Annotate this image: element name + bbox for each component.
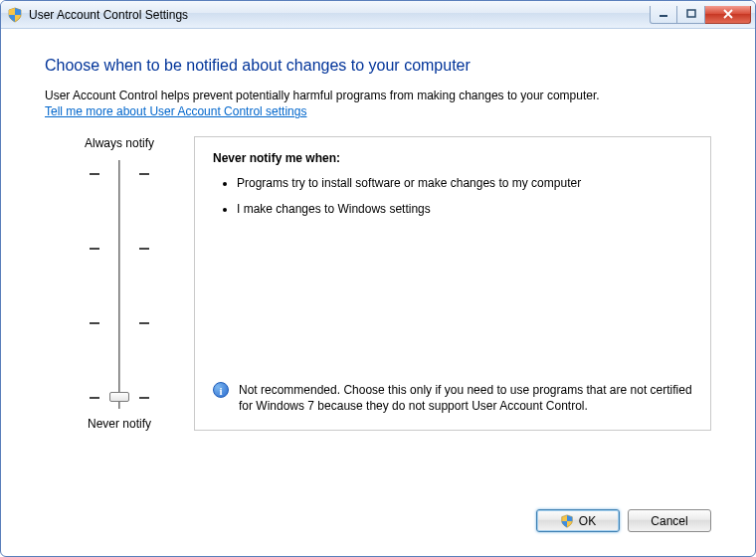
body-row: Always notify Never notify Never notify …: [45, 136, 711, 431]
info-bullet: Programs try to install software or make…: [237, 175, 692, 191]
recommendation-row: i Not recommended. Choose this only if y…: [213, 382, 692, 414]
uac-slider[interactable]: [90, 160, 149, 409]
cancel-button-label: Cancel: [651, 514, 687, 528]
info-panel-title: Never notify me when:: [213, 151, 692, 165]
slider-label-always: Always notify: [45, 136, 194, 150]
slider-tick: [90, 322, 149, 324]
cancel-button[interactable]: Cancel: [628, 509, 711, 532]
window-controls: [650, 6, 751, 24]
page-heading: Choose when to be notified about changes…: [45, 57, 711, 75]
uac-settings-window: User Account Control Settings Choose whe…: [0, 0, 756, 557]
slider-rail: [118, 160, 120, 409]
minimize-button[interactable]: [650, 6, 677, 24]
slider-tick: [90, 248, 149, 250]
svg-rect-1: [687, 10, 695, 17]
recommendation-text: Not recommended. Choose this only if you…: [239, 382, 692, 414]
slider-tick: [90, 173, 149, 175]
maximize-button[interactable]: [677, 6, 705, 24]
dialog-footer: OK Cancel: [536, 509, 711, 532]
help-link[interactable]: Tell me more about User Account Control …: [45, 104, 306, 118]
slider-column: Always notify Never notify: [45, 136, 194, 431]
svg-rect-0: [660, 15, 667, 17]
notification-info-panel: Never notify me when: Programs try to in…: [194, 136, 711, 431]
page-description: User Account Control helps prevent poten…: [45, 89, 711, 102]
content-area: Choose when to be notified about changes…: [1, 29, 755, 556]
slider-label-never: Never notify: [45, 417, 194, 431]
shield-icon: [560, 514, 574, 528]
info-bullet-list: Programs try to install software or make…: [219, 175, 692, 217]
info-bullet: I make changes to Windows settings: [237, 201, 692, 217]
shield-icon: [7, 7, 23, 23]
close-button[interactable]: [705, 6, 751, 24]
slider-thumb[interactable]: [109, 392, 129, 402]
ok-button-label: OK: [579, 514, 596, 528]
titlebar[interactable]: User Account Control Settings: [1, 1, 755, 29]
ok-button[interactable]: OK: [536, 509, 620, 532]
info-icon: i: [213, 382, 229, 398]
window-title: User Account Control Settings: [29, 8, 650, 22]
